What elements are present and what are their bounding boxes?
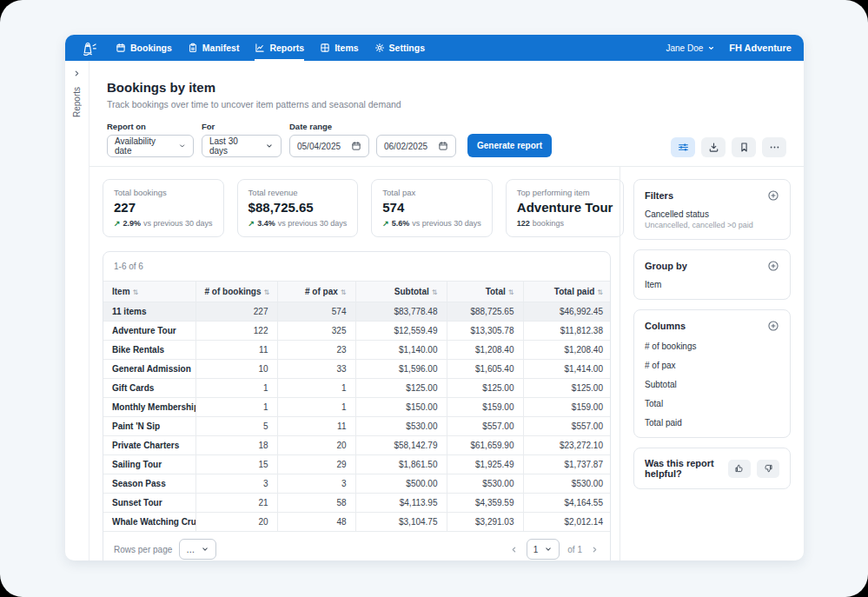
report-icon-toolbar <box>671 137 786 157</box>
add-column-button[interactable] <box>767 320 779 332</box>
row-cell: $1,605.40 <box>447 360 523 379</box>
row-cell: 1 <box>195 398 277 417</box>
filters-card: Filters Cancelled status Uncancelled, ca… <box>633 179 791 240</box>
row-cell: 3 <box>277 474 355 494</box>
column-header-total-paid[interactable]: Total paid⇅ <box>523 282 611 302</box>
side-strip-label: Reports <box>72 87 82 117</box>
columns-card: Columns # of bookings# of paxSubtotalTot… <box>633 309 791 438</box>
for-select[interactable]: Last 30 days <box>202 135 282 157</box>
stat-delta-text: bookings <box>533 219 564 228</box>
gear-icon <box>374 43 385 53</box>
table-row: Bike Rentals1123$1,140.00$1,208.40$1,208… <box>103 341 611 360</box>
calendar-icon <box>438 141 448 151</box>
column-list-item[interactable]: Total paid <box>645 418 779 428</box>
row-cell: 18 <box>195 436 277 455</box>
screen-background: BookingsManifestReportsItemsSettings Jan… <box>0 0 868 597</box>
stat-delta-text: vs previous 30 days <box>143 219 213 228</box>
filter-item-title[interactable]: Cancelled status <box>645 209 779 219</box>
column-header--of-pax[interactable]: # of pax⇅ <box>277 282 355 302</box>
summary-row: 11 items227574$83,778.48$88,725.65$46,99… <box>103 302 611 322</box>
column-list-item[interactable]: # of bookings <box>645 342 779 351</box>
download-icon <box>708 142 719 153</box>
date-end-input[interactable]: 06/02/2025 <box>376 135 456 157</box>
generate-report-button[interactable]: Generate report <box>467 134 552 157</box>
row-cell: 227 <box>195 302 277 322</box>
page-title: Bookings by item <box>107 80 786 95</box>
user-menu[interactable]: Jane Doe <box>666 43 715 53</box>
group-by-item[interactable]: Item <box>645 280 779 289</box>
nav-item-items[interactable]: Items <box>320 35 358 61</box>
row-item-name: Gift Cards <box>103 379 195 398</box>
nav-item-manifest[interactable]: Manifest <box>188 35 240 61</box>
nav-item-reports[interactable]: Reports <box>255 35 304 61</box>
bookmark-button[interactable] <box>732 137 756 157</box>
row-cell: 11 <box>195 341 277 360</box>
column-header-item[interactable]: Item⇅ <box>103 282 195 302</box>
row-cell: $530.00 <box>447 474 523 494</box>
column-list-item[interactable]: Subtotal <box>645 380 779 389</box>
reports-side-strip[interactable]: Reports <box>65 61 89 561</box>
line-chart-icon <box>255 43 265 53</box>
row-cell: 1 <box>195 379 277 398</box>
date-start-input[interactable]: 05/04/2025 <box>289 135 369 157</box>
row-cell: $557.00 <box>523 417 611 436</box>
row-cell: 10 <box>195 360 277 379</box>
column-header-label: Total paid <box>554 287 594 296</box>
column-list-item[interactable]: Total <box>645 399 779 408</box>
table-footer: Rows per page … <box>103 531 610 561</box>
report-on-field: Report on Availability date <box>107 122 194 157</box>
table-row: Gift Cards11$125.00$125.00$125.00 <box>103 379 611 398</box>
column-header-total[interactable]: Total⇅ <box>447 282 523 302</box>
row-cell: $23,272.10 <box>523 436 611 455</box>
page-select[interactable]: 1 <box>527 539 560 560</box>
fareharbor-logo-icon[interactable] <box>77 39 98 57</box>
row-item-name: Bike Rentals <box>103 341 195 360</box>
columns-card-title: Columns <box>645 321 686 331</box>
download-button[interactable] <box>701 137 726 157</box>
row-cell: $4,359.59 <box>447 494 523 513</box>
thumbs-down-button[interactable] <box>757 460 779 478</box>
column-list-item[interactable]: # of pax <box>645 361 779 370</box>
feedback-question: Was this report helpful? <box>645 458 722 479</box>
plus-circle-icon <box>767 320 779 332</box>
sliders-button[interactable] <box>671 137 695 157</box>
row-cell: 122 <box>195 322 277 341</box>
table-row: General Admission1033$1,596.00$1,605.40$… <box>103 360 611 379</box>
stat-delta-text: vs previous 30 days <box>412 219 481 228</box>
table-row: Sunset Tour2158$4,113.95$4,359.59$4,164.… <box>103 494 611 513</box>
stat-delta: ↗5.6%vs previous 30 days <box>382 219 481 228</box>
table-row: Whale Watching Cruise2048$3,104.75$3,291… <box>103 513 611 532</box>
column-header-label: # of bookings <box>205 287 262 296</box>
date-start-value: 05/04/2025 <box>297 142 341 151</box>
column-header-subtotal[interactable]: Subtotal⇅ <box>355 282 447 302</box>
column-header--of-bookings[interactable]: # of bookings⇅ <box>195 282 277 302</box>
row-item-name: Season Pass <box>103 474 195 494</box>
row-cell: $125.00 <box>447 379 523 398</box>
report-on-label: Report on <box>107 122 194 131</box>
report-config-panel: Filters Cancelled status Uncancelled, ca… <box>620 167 804 561</box>
sort-icon: ⇅ <box>432 289 438 296</box>
for-value: Last 30 days <box>209 136 258 156</box>
report-on-select[interactable]: Availability date <box>107 135 194 157</box>
column-header-label: Subtotal <box>394 287 429 296</box>
rows-per-page-select[interactable]: … <box>179 539 216 560</box>
row-cell: $1,414.00 <box>523 360 611 379</box>
group-by-card: Group by Item <box>633 249 791 300</box>
calendar-icon <box>351 141 361 151</box>
previous-page-button[interactable] <box>509 545 519 554</box>
row-item-name: Private Charters <box>103 436 195 455</box>
page-count-label: of 1 <box>567 545 582 554</box>
row-item-name: Sunset Tour <box>103 494 195 513</box>
more-button[interactable] <box>762 137 786 157</box>
nav-item-bookings[interactable]: Bookings <box>116 35 172 61</box>
user-name: Jane Doe <box>666 43 703 53</box>
add-group-button[interactable] <box>767 260 779 272</box>
thumbs-up-button[interactable] <box>728 460 751 478</box>
row-cell: $4,164.55 <box>523 494 611 513</box>
row-cell: $1,208.40 <box>523 341 611 360</box>
next-page-button[interactable] <box>590 545 600 554</box>
nav-item-settings[interactable]: Settings <box>374 35 425 61</box>
row-item-name: Sailing Tour <box>103 455 195 474</box>
stat-delta-value: 5.6% <box>392 219 410 228</box>
add-filter-button[interactable] <box>767 189 779 202</box>
